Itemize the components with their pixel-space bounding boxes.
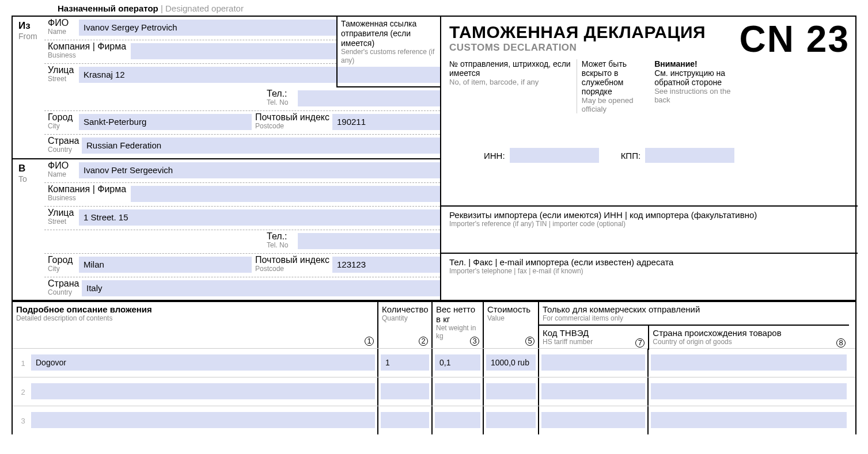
lbl-country-ru: Страна — [48, 136, 79, 146]
from-city-field[interactable]: Sankt-Peterburg — [79, 114, 252, 130]
item-val-field[interactable]: 1000,0 rub — [486, 354, 536, 371]
from-name-field[interactable]: Ivanov Sergey Petrovich — [79, 20, 336, 36]
item-orig-field[interactable] — [651, 412, 847, 428]
item-hs-field[interactable] — [541, 354, 645, 371]
to-business-field[interactable] — [131, 186, 440, 202]
hdr-col-opened: Может быть вскрыто в служебном порядке M… — [577, 59, 650, 113]
from-postcode-field[interactable]: 190211 — [332, 114, 440, 130]
item-hs-field[interactable] — [541, 412, 645, 428]
item-wt-field[interactable]: 0,1 — [435, 354, 480, 371]
lbl-street-en: Street — [48, 75, 77, 83]
items-body: 1Dogovor10,11000,0 rub23 — [12, 348, 856, 434]
cell-desc: 2 — [13, 377, 377, 406]
left-pane: Из From В To ФИОName Ivanov Sergey Petro… — [13, 17, 440, 300]
row-num: 3 — [15, 410, 31, 425]
importer-tel-row: Тел. | Факс | e-mail импортера (если изв… — [441, 253, 858, 276]
cell-hs — [538, 377, 647, 406]
cn23-form: Назначенный оператор | Designated operat… — [12, 0, 856, 434]
cell-val: 1000,0 rub — [483, 349, 538, 377]
customs-ref-en: Sender's customs reference (if any) — [341, 48, 437, 64]
importer-ref-row: Реквизиты импортера (если имеются) ИНН |… — [441, 205, 858, 229]
from-en: From — [18, 32, 42, 41]
item-qty-field[interactable]: 1 — [381, 354, 429, 371]
lbl-street2-ru: Улица — [48, 208, 77, 218]
from-country-field[interactable]: Russian Federation — [82, 138, 440, 154]
item-row: 3 — [13, 406, 855, 434]
row-num: 1 — [15, 352, 31, 368]
to-postcode-field[interactable]: 123123 — [332, 257, 440, 273]
kpp-field[interactable] — [645, 148, 734, 163]
from-tel-field[interactable] — [298, 90, 440, 106]
to-name-field[interactable]: Ivanov Petr Sergeevich — [79, 162, 440, 178]
col-origin: Страна происхождения товаров Country of … — [648, 326, 849, 350]
col-orig-en: Country of origin of goods — [653, 338, 846, 346]
col-orig-ru: Страна происхождения товаров — [653, 328, 846, 338]
item-wt-field[interactable] — [435, 383, 480, 399]
circ-7: 7 — [635, 338, 645, 348]
lbl-city-en: City — [48, 123, 77, 130]
kpp-label: КПП: — [621, 151, 640, 161]
importer-tel-spacer — [441, 276, 858, 300]
item-wt-field[interactable] — [435, 412, 480, 428]
col-hs-ru: Код ТНВЭД — [543, 328, 645, 338]
cell-qty — [377, 377, 431, 406]
item-desc-field[interactable] — [31, 412, 375, 428]
item-row: 2 — [13, 377, 855, 406]
imp-ref-ru: Реквизиты импортера (если имеются) ИНН |… — [449, 210, 850, 220]
attn-en: See instructions on the back — [654, 87, 739, 104]
from-business-row: Компания | ФирмаBusiness — [44, 40, 336, 64]
item-qty-field[interactable] — [381, 412, 429, 428]
to-tel-field[interactable] — [298, 233, 440, 249]
item-orig-field[interactable] — [651, 383, 847, 399]
to-country-field[interactable]: Italy — [82, 280, 440, 296]
to-city-row: ГородCity Milan Почтовый индексPostcode … — [44, 254, 440, 277]
item-hs-field[interactable] — [541, 383, 645, 399]
to-street-row: УлицаStreet 1 Street. 15 — [44, 207, 440, 230]
item-val-field[interactable] — [486, 383, 536, 399]
col-desc-en: Detailed description of contents — [16, 314, 374, 322]
to-business-row: Компания | ФирмаBusiness — [44, 183, 440, 207]
cell-qty: 1 — [377, 349, 431, 377]
to-label-cell: В To — [13, 158, 44, 300]
inn-kpp-row: ИНН: КПП: — [449, 148, 850, 163]
col-comm-en: For commercial items only — [543, 314, 846, 322]
to-city-field[interactable]: Milan — [79, 257, 252, 273]
col-val-en: Value — [487, 314, 535, 322]
from-ru: Из — [18, 20, 42, 32]
circ-8: 8 — [836, 338, 846, 348]
cell-hs — [538, 406, 647, 434]
inn-label: ИНН: — [484, 151, 505, 161]
cell-hs — [538, 349, 647, 377]
cell-wt — [431, 377, 483, 406]
right-pane: CN 23 ТАМОЖЕННАЯ ДЕКЛАРАЦИЯ CUSTOMS DECL… — [440, 17, 858, 300]
lbl-biz-en: Business — [48, 52, 128, 59]
lbl-city2-en: City — [48, 265, 77, 273]
operator-ru: Назначенный оператор — [58, 3, 158, 13]
from-tel-row: Тел.:Tel. No — [44, 87, 440, 111]
to-en: To — [18, 174, 42, 184]
from-business-field[interactable] — [131, 43, 336, 59]
col-qty-ru: Количество — [382, 304, 428, 314]
from-block: ФИОName Ivanov Sergey Petrovich Компания… — [44, 17, 440, 158]
cell-qty — [377, 406, 431, 434]
cell-orig — [647, 377, 849, 406]
item-qty-field[interactable] — [381, 383, 429, 399]
inn-field[interactable] — [510, 148, 599, 163]
item-desc-field[interactable]: Dogovor — [31, 354, 375, 371]
circ-3: 3 — [470, 337, 479, 346]
item-orig-field[interactable] — [651, 354, 847, 371]
lbl-country2-en: Country — [48, 289, 79, 296]
cell-orig — [647, 406, 849, 434]
item-desc-field[interactable] — [31, 383, 375, 399]
col-val: Стоимость Value 5 — [483, 302, 538, 348]
opened-ru: Может быть вскрыто в служебном порядке — [582, 59, 650, 96]
col-wt: Вес нетто в кг Net weight in kg 3 — [431, 302, 483, 348]
from-name-row: ФИОName Ivanov Sergey Petrovich — [44, 17, 336, 40]
circ-1: 1 — [365, 337, 374, 346]
col-qty-en: Quantity — [382, 314, 428, 322]
col-wt-ru: Вес нетто в кг — [436, 304, 479, 324]
to-street-field[interactable]: 1 Street. 15 — [79, 209, 440, 226]
attn-ru: Внимание! — [654, 59, 739, 68]
item-val-field[interactable] — [486, 412, 536, 428]
items-header: Подробное описание вложения Detailed des… — [12, 301, 856, 348]
